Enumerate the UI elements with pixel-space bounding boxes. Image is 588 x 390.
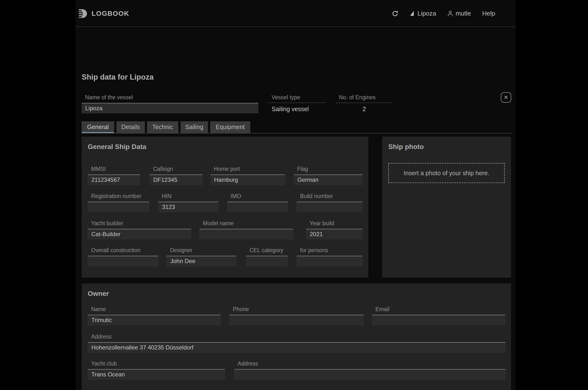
field-for-persons: for persons bbox=[297, 247, 362, 266]
hin-input[interactable] bbox=[158, 202, 218, 212]
nav-user-label: mutle bbox=[456, 10, 471, 17]
callsign-input[interactable] bbox=[150, 175, 203, 185]
field-cel-category: CEL category bbox=[246, 247, 288, 266]
field-vessel-name: Name of the vessel bbox=[82, 94, 258, 113]
designer-input[interactable] bbox=[167, 256, 236, 266]
nav-vessel-label: Lipoza bbox=[417, 10, 436, 17]
general-panel-heading: General Ship Data bbox=[88, 143, 146, 151]
field-overall-construction: Overall construction bbox=[88, 247, 158, 266]
field-club-address: Address bbox=[234, 360, 505, 380]
nav-vessel[interactable]: Lipoza bbox=[410, 10, 436, 17]
nav-user[interactable]: mutle bbox=[447, 10, 471, 17]
designer-label: Designer bbox=[167, 247, 236, 254]
field-engines: No. of Engines 2 bbox=[336, 94, 393, 113]
tab-general[interactable]: General bbox=[82, 121, 114, 133]
field-imo: IMO bbox=[227, 193, 288, 212]
engines-underline bbox=[336, 103, 393, 103]
field-owner-address: Address bbox=[88, 334, 505, 353]
year-build-label: Year build bbox=[306, 220, 362, 227]
callsign-label: Callsign bbox=[150, 166, 203, 172]
flag-label: Flag bbox=[294, 166, 362, 172]
owner-address-label: Address bbox=[88, 334, 505, 340]
tab-equipment[interactable]: Equipment bbox=[210, 121, 250, 133]
close-button[interactable]: ✕ bbox=[501, 92, 511, 103]
year-build-input[interactable] bbox=[306, 229, 362, 239]
owner-heading: Owner bbox=[88, 290, 109, 297]
field-mmsi: MMSI bbox=[88, 166, 140, 185]
registration-number-label: Registration number bbox=[88, 193, 149, 199]
field-designer: Designer bbox=[167, 247, 236, 266]
logbook-logo[interactable]: LOGBOOK bbox=[78, 0, 129, 27]
photo-dropzone[interactable]: Insert a photo of your ship here. bbox=[388, 163, 505, 183]
app-root: LOGBOOK Lipoza bbox=[0, 0, 588, 390]
yacht-club-input[interactable] bbox=[88, 369, 225, 380]
owner-phone-input[interactable] bbox=[229, 315, 364, 325]
field-year-build: Year build bbox=[306, 220, 362, 239]
vessel-name-label: Name of the vessel bbox=[82, 94, 258, 101]
home-port-label: Home port bbox=[210, 166, 285, 172]
tab-details[interactable]: Details bbox=[117, 121, 145, 133]
mmsi-label: MMSI bbox=[88, 166, 140, 172]
general-ship-data-panel: General Ship Data MMSI Callsign Home por… bbox=[82, 137, 368, 278]
hin-label: HIN bbox=[158, 193, 218, 199]
home-port-input[interactable] bbox=[210, 175, 285, 185]
mmsi-input[interactable] bbox=[88, 175, 140, 185]
cel-category-input[interactable] bbox=[246, 256, 288, 266]
nav-help-label: Help bbox=[482, 10, 495, 17]
build-number-label: Build number bbox=[297, 193, 362, 199]
field-owner-phone: Phone bbox=[229, 306, 364, 325]
yacht-builder-input[interactable] bbox=[88, 229, 191, 239]
page-title: Ship data for Lipoza bbox=[82, 73, 154, 82]
flag-input[interactable] bbox=[294, 175, 362, 185]
close-icon: ✕ bbox=[504, 95, 508, 101]
ship-photo-heading: Ship photo bbox=[388, 143, 424, 151]
imo-input[interactable] bbox=[227, 202, 288, 212]
registration-number-input[interactable] bbox=[88, 202, 149, 212]
ship-photo-panel: Ship photo Insert a photo of your ship h… bbox=[382, 137, 511, 278]
owner-phone-label: Phone bbox=[229, 306, 364, 313]
build-number-input[interactable] bbox=[297, 202, 362, 212]
field-owner-email: Email bbox=[372, 306, 505, 325]
for-persons-label: for persons bbox=[297, 247, 362, 254]
field-model-name: Model name bbox=[199, 220, 293, 239]
photo-dropzone-text: Insert a photo of your ship here. bbox=[404, 170, 489, 177]
field-owner-name: Name bbox=[88, 306, 221, 325]
model-name-label: Model name bbox=[199, 220, 293, 227]
owner-email-input[interactable] bbox=[372, 315, 505, 325]
content-column: LOGBOOK Lipoza bbox=[75, 0, 516, 390]
field-yacht-club: Yacht club bbox=[88, 360, 225, 380]
model-name-input[interactable] bbox=[199, 229, 293, 239]
tab-sailing[interactable]: Sailing bbox=[180, 121, 208, 133]
vessel-type-value: Sailing vessel bbox=[268, 105, 326, 113]
field-yacht-builder: Yacht builder bbox=[88, 220, 191, 239]
imo-label: IMO bbox=[227, 193, 288, 199]
yacht-club-label: Yacht club bbox=[88, 360, 225, 367]
tab-technic[interactable]: Technic bbox=[147, 121, 178, 133]
header-nav: Lipoza mutle Help bbox=[392, 0, 495, 27]
overall-construction-input[interactable] bbox=[88, 256, 158, 266]
nav-help[interactable]: Help bbox=[482, 10, 495, 17]
club-address-input[interactable] bbox=[234, 369, 505, 380]
logbook-logo-icon bbox=[78, 9, 87, 18]
yacht-builder-label: Yacht builder bbox=[88, 220, 191, 227]
engines-label: No. of Engines bbox=[336, 94, 393, 101]
field-flag: Flag bbox=[294, 166, 362, 185]
field-callsign: Callsign bbox=[150, 166, 203, 185]
owner-address-input[interactable] bbox=[88, 342, 505, 353]
header-bar: LOGBOOK Lipoza bbox=[75, 0, 516, 27]
field-hin: HIN bbox=[158, 193, 218, 212]
club-address-label: Address bbox=[234, 360, 505, 367]
owner-panel: Owner Name Phone Email Address Yacht clu… bbox=[82, 284, 511, 390]
cel-category-label: CEL category bbox=[246, 247, 288, 254]
vessel-type-underline bbox=[268, 103, 326, 103]
vessel-name-input[interactable] bbox=[82, 103, 258, 113]
field-build-number: Build number bbox=[297, 193, 362, 212]
owner-name-input[interactable] bbox=[88, 315, 221, 325]
field-home-port: Home port bbox=[210, 166, 285, 185]
brand-title: LOGBOOK bbox=[92, 10, 129, 17]
overall-construction-label: Overall construction bbox=[88, 247, 158, 254]
tab-strip: General Details Technic Sailing Equipmen… bbox=[82, 121, 511, 134]
for-persons-input[interactable] bbox=[297, 256, 362, 266]
refresh-icon[interactable] bbox=[392, 10, 399, 17]
owner-name-label: Name bbox=[88, 306, 221, 313]
